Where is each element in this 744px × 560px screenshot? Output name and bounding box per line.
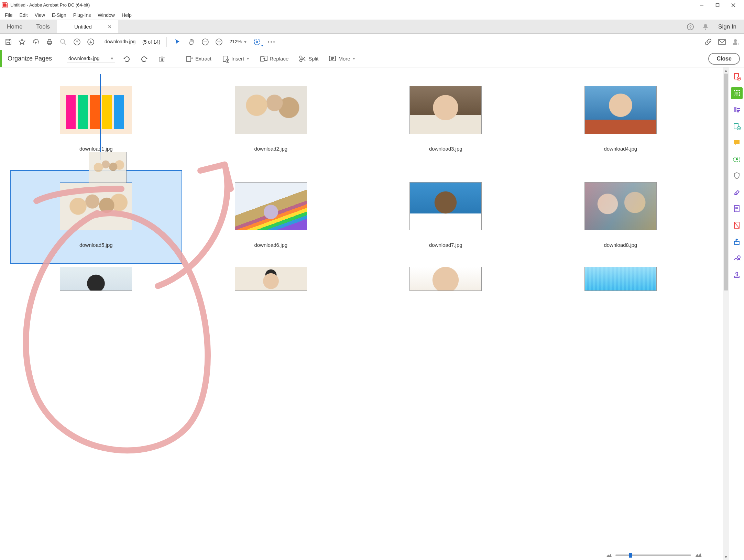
edit-pdf-icon[interactable]	[731, 203, 743, 215]
scan-ocr-icon[interactable]	[731, 153, 743, 165]
menu-esign[interactable]: E-Sign	[48, 10, 70, 20]
create-pdf-icon[interactable]	[731, 71, 743, 83]
fill-sign-icon[interactable]	[731, 186, 743, 198]
menu-window[interactable]: Window	[94, 10, 118, 20]
window-maximize-button[interactable]	[710, 0, 725, 10]
page-thumbnail[interactable]: download6.jpg	[185, 171, 357, 263]
organize-pages-icon[interactable]	[731, 87, 743, 99]
zoom-out-icon[interactable]	[200, 37, 210, 47]
svg-rect-72	[734, 276, 739, 277]
page-thumbnail[interactable]: download4.jpg	[535, 74, 707, 167]
tab-home[interactable]: Home	[0, 20, 29, 33]
page-thumbnail-image[interactable]	[584, 86, 657, 134]
zoom-slider-track[interactable]	[615, 554, 691, 556]
cloud-upload-icon[interactable]	[31, 37, 41, 47]
page-thumbnail-image[interactable]	[235, 86, 307, 134]
page-thumbnail-image[interactable]	[60, 267, 132, 291]
zoom-slider-knob[interactable]	[629, 553, 632, 558]
find-icon	[58, 37, 68, 47]
page-thumbnail[interactable]	[185, 267, 357, 298]
page-thumbnail[interactable]	[535, 267, 707, 298]
menu-file[interactable]: File	[1, 10, 16, 20]
selection-tool-icon[interactable]	[173, 37, 183, 47]
page-thumbnail[interactable]: download7.jpg	[360, 171, 532, 263]
zoom-in-icon[interactable]	[214, 37, 224, 47]
svg-point-43	[300, 59, 302, 62]
notifications-icon[interactable]	[702, 23, 709, 31]
email-icon[interactable]	[717, 37, 727, 47]
menu-plugins[interactable]: Plug-Ins	[70, 10, 94, 20]
sign-in-link[interactable]: Sign In	[717, 23, 738, 30]
stamp-icon[interactable]	[731, 269, 743, 281]
page-thumbnail[interactable]: download2.jpg	[185, 74, 357, 167]
hand-tool-icon[interactable]	[187, 37, 196, 47]
fit-page-icon[interactable]: ▼	[253, 37, 262, 47]
page-thumbnail-image[interactable]	[409, 267, 482, 291]
scroll-up-button[interactable]: ▲	[723, 67, 729, 74]
account-icon[interactable]	[731, 37, 741, 47]
save-icon[interactable]	[3, 37, 13, 47]
page-down-icon[interactable]	[86, 37, 96, 47]
more-button[interactable]: More ▼	[326, 54, 358, 64]
page-thumbnail[interactable]: download5.jpg	[10, 171, 182, 263]
insert-button[interactable]: Insert ▼	[219, 54, 252, 64]
export-pdf-icon[interactable]	[731, 120, 743, 132]
tab-document[interactable]: Untitled ✕	[57, 20, 118, 33]
window-minimize-button[interactable]	[694, 0, 710, 10]
combine-files-icon[interactable]	[731, 104, 743, 116]
comment-icon[interactable]	[731, 137, 743, 149]
tab-tools[interactable]: Tools	[29, 20, 57, 33]
vertical-scrollbar[interactable]: ▲ ▼	[723, 67, 729, 560]
print-icon[interactable]	[45, 37, 54, 47]
zoom-select[interactable]: 212%	[228, 37, 249, 46]
svg-line-13	[64, 43, 66, 45]
page-thumbnail-image[interactable]	[60, 182, 132, 230]
organize-pages-title: Organize Pages	[8, 55, 52, 62]
page-thumbnail-image[interactable]	[235, 182, 307, 230]
share-icon[interactable]	[731, 236, 743, 248]
page-thumbnail-image[interactable]	[409, 182, 482, 230]
tab-document-close-icon[interactable]: ✕	[106, 23, 114, 30]
svg-rect-59	[737, 111, 739, 112]
page-thumbnail[interactable]: download8.jpg	[535, 171, 707, 263]
page-thumbnails-area[interactable]: download1.jpgdownload2.jpgdownload3.jpgd…	[0, 67, 723, 560]
extract-button[interactable]: Extract	[183, 54, 214, 64]
page-thumbnail-label: download1.jpg	[79, 146, 113, 152]
menu-help[interactable]: Help	[118, 10, 135, 20]
scroll-thumb[interactable]	[724, 74, 728, 290]
protect-icon[interactable]	[731, 170, 743, 182]
page-thumbnail-image[interactable]	[235, 267, 307, 291]
scroll-down-button[interactable]: ▼	[723, 554, 729, 560]
organize-file-select[interactable]: download5.jpg ▼	[67, 54, 115, 63]
menu-edit[interactable]: Edit	[16, 10, 31, 20]
redact-icon[interactable]	[731, 219, 743, 231]
menu-view[interactable]: View	[31, 10, 48, 20]
share-link-icon[interactable]	[703, 37, 713, 47]
page-thumbnail-image[interactable]	[584, 267, 657, 291]
organize-close-button[interactable]: Close	[708, 53, 740, 65]
page-thumbnail[interactable]	[10, 267, 182, 298]
current-file-field[interactable]: download5.jpg	[104, 37, 138, 46]
more-tools-icon[interactable]	[266, 37, 276, 47]
page-thumbnail[interactable]	[360, 267, 532, 298]
svg-point-6	[705, 29, 706, 30]
star-icon[interactable]	[17, 37, 27, 47]
window-close-button[interactable]	[725, 0, 741, 10]
zoom-large-icon	[694, 552, 702, 558]
rotate-cw-button[interactable]	[138, 54, 151, 64]
certificates-icon[interactable]	[731, 252, 743, 264]
rotate-ccw-button[interactable]	[120, 54, 133, 64]
help-icon[interactable]: ?	[687, 23, 694, 31]
page-thumbnail-image[interactable]	[60, 86, 132, 134]
page-thumbnail-image[interactable]	[409, 86, 482, 134]
page-thumbnail-image[interactable]	[584, 182, 657, 230]
thumbnail-zoom-slider[interactable]	[606, 552, 702, 559]
svg-rect-7	[7, 39, 10, 41]
page-thumbnail[interactable]: download3.jpg	[360, 74, 532, 167]
replace-button[interactable]: Replace	[257, 54, 291, 64]
svg-point-23	[271, 41, 272, 43]
delete-page-button[interactable]	[156, 54, 169, 64]
split-button[interactable]: Split	[296, 54, 321, 64]
menu-bar: File Edit View E-Sign Plug-Ins Window He…	[0, 10, 744, 20]
page-up-icon[interactable]	[72, 37, 82, 47]
